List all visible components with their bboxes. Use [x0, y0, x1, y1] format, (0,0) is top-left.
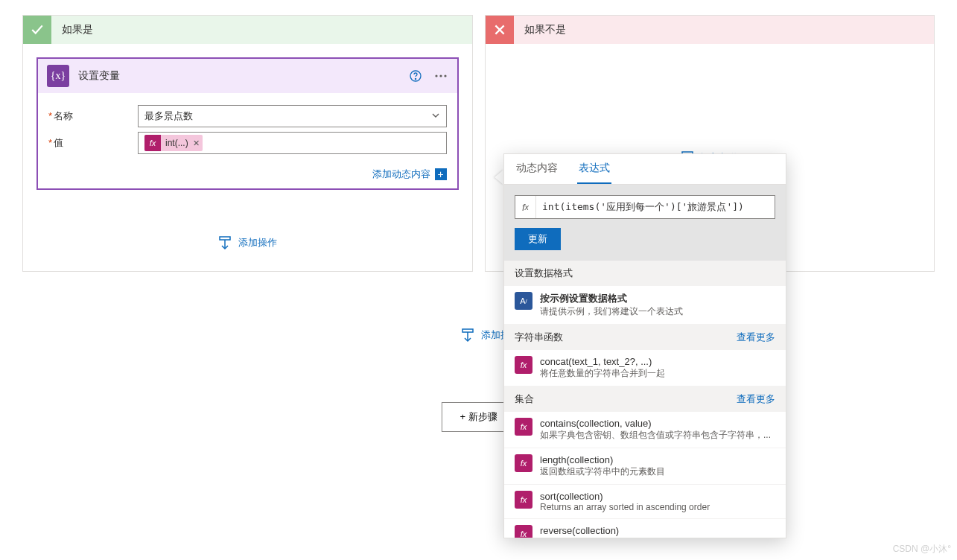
- callout-arrow: [495, 170, 503, 185]
- fn-reverse[interactable]: fx reverse(collection)Returns the collec…: [504, 519, 786, 538]
- update-button[interactable]: 更新: [515, 228, 561, 250]
- token-remove-icon[interactable]: ✕: [193, 139, 200, 148]
- add-dynamic-content-link[interactable]: 添加动态内容: [372, 168, 430, 181]
- expression-input[interactable]: [536, 202, 775, 213]
- name-dropdown[interactable]: 最多景点数: [138, 105, 447, 127]
- if-yes-branch: 如果是 {x} 设置变量: [22, 15, 473, 272]
- if-yes-title: 如果是: [62, 23, 93, 36]
- expression-input-wrap: fx: [515, 195, 775, 219]
- if-no-title: 如果不是: [524, 23, 566, 36]
- svg-point-1: [415, 78, 416, 79]
- expression-function-list[interactable]: 设置数据格式 A/ 按示例设置数据格式 请提供示例，我们将建议一个表达式 字符串…: [504, 261, 786, 538]
- fn-sort[interactable]: fx sort(collection)Returns an array sort…: [504, 485, 786, 519]
- fn-concat[interactable]: fx concat(text_1, text_2?, ...) 将任意数量的字符…: [504, 350, 786, 386]
- format-by-example-item[interactable]: A/ 按示例设置数据格式 请提供示例，我们将建议一个表达式: [504, 286, 786, 325]
- fx-icon: fx: [515, 356, 532, 374]
- format-icon: A/: [515, 292, 532, 310]
- tab-expression[interactable]: 表达式: [577, 162, 611, 184]
- fn-contains[interactable]: fx contains(collection, value)如果字典包含密钥、数…: [504, 412, 786, 448]
- fx-icon: fx: [515, 525, 532, 538]
- yes-add-operation[interactable]: 添加操作: [217, 235, 277, 250]
- fx-icon: fx: [515, 196, 536, 218]
- expression-token[interactable]: fx int(...) ✕: [144, 135, 203, 151]
- help-icon[interactable]: [408, 69, 423, 83]
- watermark: CSDN @小沐°: [893, 543, 951, 556]
- fx-icon: fx: [515, 418, 532, 436]
- svg-point-3: [439, 74, 442, 77]
- expression-panel: 动态内容 表达式 fx 更新 设置数据格式 A/ 按示例设置数据格式 请提供示例…: [503, 153, 786, 538]
- action-header[interactable]: {x} 设置变量: [38, 59, 457, 93]
- variable-icon: {x}: [47, 65, 69, 87]
- tab-dynamic-content[interactable]: 动态内容: [515, 162, 559, 184]
- cross-icon: [486, 16, 514, 44]
- name-value: 最多景点数: [144, 109, 193, 123]
- name-label: *名称: [48, 109, 138, 123]
- check-icon: [23, 16, 51, 44]
- section-collection-header: 集合 查看更多: [504, 386, 786, 412]
- center-add-operation[interactable]: 添加操: [460, 328, 510, 343]
- section-format-header: 设置数据格式: [504, 261, 786, 286]
- value-label: *值: [48, 136, 138, 150]
- svg-rect-7: [462, 329, 473, 332]
- fx-icon: fx: [144, 135, 161, 151]
- fx-icon: fx: [515, 491, 532, 509]
- section-string-header: 字符串函数 查看更多: [504, 325, 786, 350]
- fx-icon: fx: [515, 454, 532, 472]
- svg-point-2: [435, 74, 437, 77]
- set-variable-card: {x} 设置变量 *名称: [36, 57, 459, 190]
- action-title: 设置变量: [78, 69, 120, 83]
- see-more-string[interactable]: 查看更多: [737, 331, 775, 344]
- chevron-down-icon: [431, 111, 440, 122]
- if-yes-header[interactable]: 如果是: [23, 16, 472, 44]
- more-icon[interactable]: [433, 69, 448, 83]
- svg-rect-5: [220, 237, 230, 240]
- plus-icon[interactable]: +: [435, 168, 447, 180]
- if-no-header[interactable]: 如果不是: [486, 16, 935, 44]
- see-more-collection[interactable]: 查看更多: [737, 392, 775, 406]
- fn-length[interactable]: fx length(collection)返回数组或字符串中的元素数目: [504, 448, 786, 485]
- value-input[interactable]: fx int(...) ✕: [138, 132, 447, 154]
- svg-point-4: [444, 74, 446, 77]
